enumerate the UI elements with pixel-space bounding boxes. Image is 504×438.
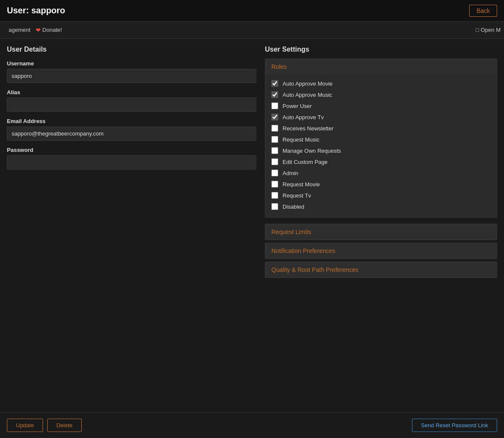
checkbox-auto_approve_tv[interactable] [271, 114, 278, 120]
open-m-icon: □ [476, 27, 480, 33]
top-bar: User: sapporo Back [0, 0, 504, 22]
checkbox-item-auto_approve_music[interactable]: Auto Approve Music [271, 89, 491, 100]
password-field-group: Password [7, 147, 256, 170]
checkbox-label-auto_approve_music: Auto Approve Music [283, 92, 332, 98]
checkbox-request_movie[interactable] [271, 181, 278, 188]
checkbox-auto_approve_movie[interactable] [271, 80, 278, 87]
username-field-group: Username [7, 60, 256, 83]
user-details-title: User Details [7, 46, 256, 53]
email-field-group: Email Address [7, 118, 256, 141]
quality-root-header[interactable]: Quality & Root Path Preferences [265, 262, 497, 278]
quality-root-section: Quality & Root Path Preferences [265, 262, 497, 278]
checkbox-item-disabled[interactable]: Disabled [271, 201, 491, 212]
request-limits-header[interactable]: Request Limits [265, 224, 497, 240]
user-settings-title: User Settings [265, 46, 497, 53]
checkbox-label-admin: Admin [283, 170, 298, 176]
username-label: Username [7, 60, 256, 67]
checkbox-label-request_tv: Request Tv [283, 192, 311, 199]
delete-button[interactable]: Delete [47, 419, 82, 432]
password-input[interactable] [7, 155, 256, 170]
right-panel: User Settings Roles Auto Approve MovieAu… [265, 46, 497, 281]
checkbox-item-power_user[interactable]: Power User [271, 100, 491, 111]
roles-header[interactable]: Roles [265, 59, 497, 74]
checkbox-label-manage_own_requests: Manage Own Requests [283, 148, 341, 154]
checkbox-receives_newsletter[interactable] [271, 125, 278, 132]
email-input[interactable] [7, 126, 256, 141]
checkbox-item-manage_own_requests[interactable]: Manage Own Requests [271, 145, 491, 156]
left-panel: User Details Username Alias Email Addres… [7, 46, 256, 176]
donate-label: Donate! [43, 27, 62, 33]
checkbox-label-power_user: Power User [283, 103, 312, 109]
nav-donate[interactable]: ❤ Donate! [36, 27, 62, 34]
checkbox-auto_approve_music[interactable] [271, 91, 278, 98]
page-title: User: sapporo [7, 6, 65, 15]
bottom-left-actions: Update Delete [7, 419, 82, 432]
notification-prefs-header[interactable]: Notification Preferences [265, 243, 497, 259]
nav-bar: agement ❤ Donate! □ Open M [0, 22, 504, 39]
checkbox-power_user[interactable] [271, 102, 278, 109]
nav-management[interactable]: agement [3, 23, 36, 37]
bottom-bar: Update Delete Send Reset Password Link [0, 412, 504, 438]
checkbox-item-request_tv[interactable]: Request Tv [271, 190, 491, 201]
checkbox-label-auto_approve_movie: Auto Approve Movie [283, 80, 332, 87]
reset-password-button[interactable]: Send Reset Password Link [412, 419, 497, 432]
request-limits-section: Request Limits [265, 224, 497, 240]
checkbox-label-auto_approve_tv: Auto Approve Tv [283, 114, 324, 120]
checkbox-label-edit_custom_page: Edit Custom Page [283, 159, 328, 165]
checkbox-manage_own_requests[interactable] [271, 147, 278, 154]
checkbox-item-edit_custom_page[interactable]: Edit Custom Page [271, 156, 491, 167]
username-input[interactable] [7, 69, 256, 83]
checkbox-item-auto_approve_tv[interactable]: Auto Approve Tv [271, 111, 491, 123]
roles-body: Auto Approve MovieAuto Approve MusicPowe… [265, 74, 497, 217]
checkbox-label-request_movie: Request Movie [283, 181, 320, 188]
back-button[interactable]: Back [469, 5, 497, 17]
checkbox-request_tv[interactable] [271, 192, 278, 199]
checkbox-edit_custom_page[interactable] [271, 158, 278, 165]
checkbox-item-admin[interactable]: Admin [271, 167, 491, 179]
roles-section: Roles Auto Approve MovieAuto Approve Mus… [265, 59, 497, 218]
checkbox-label-request_music: Request Music [283, 136, 320, 143]
password-label: Password [7, 147, 256, 153]
alias-input[interactable] [7, 98, 256, 112]
main-content: User Details Username Alias Email Addres… [0, 39, 504, 287]
alias-label: Alias [7, 89, 256, 96]
checkbox-item-request_music[interactable]: Request Music [271, 134, 491, 145]
nav-open-m[interactable]: □ Open M [476, 27, 501, 33]
alias-field-group: Alias [7, 89, 256, 112]
checkbox-request_music[interactable] [271, 136, 278, 143]
heart-icon: ❤ [36, 27, 41, 34]
checkbox-item-request_movie[interactable]: Request Movie [271, 179, 491, 190]
checkbox-label-disabled: Disabled [283, 204, 304, 210]
checkbox-item-auto_approve_movie[interactable]: Auto Approve Movie [271, 78, 491, 89]
email-label: Email Address [7, 118, 256, 124]
update-button[interactable]: Update [7, 419, 43, 432]
checkbox-item-receives_newsletter[interactable]: Receives Newsletter [271, 123, 491, 134]
checkbox-admin[interactable] [271, 170, 278, 176]
notification-prefs-section: Notification Preferences [265, 243, 497, 259]
checkbox-label-receives_newsletter: Receives Newsletter [283, 125, 334, 132]
checkbox-disabled[interactable] [271, 203, 278, 210]
